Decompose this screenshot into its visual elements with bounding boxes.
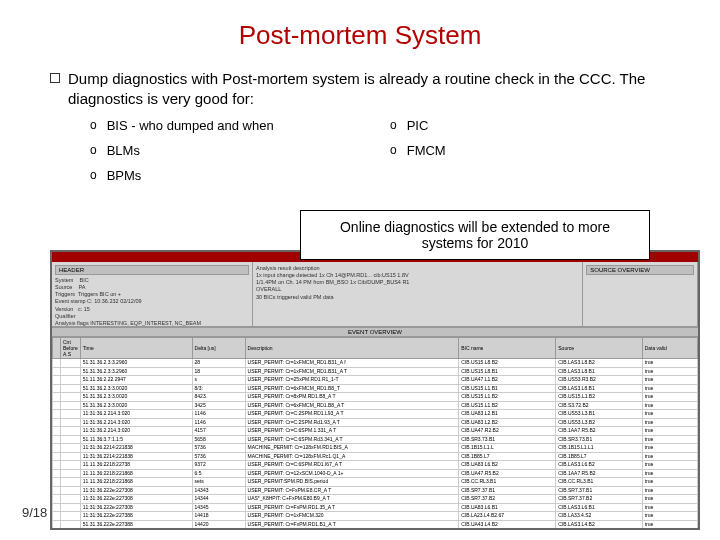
source-cell: CIB.LAS3.L6.B1 — [556, 503, 642, 512]
status-cell2 — [61, 512, 81, 521]
table-row: 11:31:36.222e:22730814343USER_PERMIT: C=… — [53, 486, 698, 495]
source-cell: CIB.US53.L3.B1 — [556, 410, 642, 419]
bic-cell: CIB.UA47.R5.B2 — [459, 469, 556, 478]
status-cell — [53, 384, 61, 393]
sub-item-text: FMCM — [407, 143, 446, 158]
delta-cell: 14418 — [192, 512, 245, 521]
source-overview-panel: SOURCE OVERVIEW — [583, 262, 698, 326]
table-row: 51.31.36.2.3:3.00208423.USER_PERMIT: Cr=… — [53, 393, 698, 402]
bic-cell: CIB.UA83.L6.B2 — [459, 461, 556, 470]
panel-title: HEADER — [55, 265, 249, 275]
status-cell — [53, 444, 61, 453]
bic-cell: CIB.US15.L1.B1 — [459, 384, 556, 393]
datavalid-cell: true — [642, 401, 697, 410]
delta-cell: 5736 — [192, 452, 245, 461]
desc-cell: USER_PERMIT: Cr=FxPM.RD1.35_A T — [245, 503, 459, 512]
table-row: 51.31.36.2.3:3.296018USER_PERMIT: Cr=1xF… — [53, 367, 698, 376]
table-row: 51.31.36.2.3:3.00208/3:USER_PERMIT: Cr=6… — [53, 384, 698, 393]
table-header-row: Cnt Before A.S Time Delta [us] Descripti… — [53, 338, 698, 359]
time-cell: 11:31:36.2.214.3:020 — [80, 410, 192, 419]
delta-cell: 9372 — [192, 461, 245, 470]
delta-cell: sets — [192, 478, 245, 487]
delta-cell: 1146 — [192, 410, 245, 419]
bic-cell: CIB.SR7.37.B1 — [459, 486, 556, 495]
bic-cell: CIB.1B85.L7 — [459, 452, 556, 461]
status-cell2 — [61, 435, 81, 444]
bic-cell: CIB.UA47.R2.B2 — [459, 427, 556, 436]
datavalid-cell: true — [642, 418, 697, 427]
desc-cell: USER_PERMIT: Cr=6xFMCM_RD1.B8_T — [245, 384, 459, 393]
status-cell2 — [61, 427, 81, 436]
desc-cell: USER_PERMIT: Cr=C:6SPM.RD1.I67_A T — [245, 461, 459, 470]
sub-item-text: BPMs — [107, 168, 142, 183]
circle-marker-icon: o — [90, 168, 97, 182]
source-cell: CIB.1AA7.R5.B2 — [556, 469, 642, 478]
sub-column-left: oBIS - who dumped and when oBLMs oBPMs — [90, 118, 390, 193]
desc-cell: USER_PERMIT: Cr=12xSCM.1040-D_A 1+ — [245, 469, 459, 478]
status-cell2 — [61, 444, 81, 453]
sub-bullet-columns: oBIS - who dumped and when oBLMs oBPMs o… — [90, 118, 690, 193]
time-cell: 11:31:36.222e:227308 — [80, 495, 192, 504]
time-cell: 51.31.36.222e.227388 — [80, 520, 192, 528]
date-footer: 9/18 — [22, 505, 47, 520]
bic-cell: CIB.SR7.37.B2 — [459, 495, 556, 504]
table-row: 11:31:36.222e:22730814344UAS*_K8HPIT: C+… — [53, 495, 698, 504]
delta-cell: 8423. — [192, 393, 245, 402]
status-cell2 — [61, 452, 81, 461]
time-cell: 11.11.36:2218:221868 — [80, 469, 192, 478]
bic-cell: CIB.US15.L8.B1 — [459, 367, 556, 376]
slide: Post-mortem System Dump diagnostics with… — [0, 0, 720, 540]
table-row: 11:31:36.2.214.3:0201146USER_PERMIT: Cr=… — [53, 410, 698, 419]
source-cell: CIB.LAS3.L8.B1 — [556, 367, 642, 376]
event-overview-label: EVENT OVERVIEW — [52, 327, 698, 337]
datavalid-cell: true — [642, 393, 697, 402]
time-cell: 11:31:36.222e:227308 — [80, 503, 192, 512]
bic-cell: CIB.CC.RL3.B1 — [459, 478, 556, 487]
table-row: 11.11.36:2218:227389372USER_PERMIT: Cr=C… — [53, 461, 698, 470]
status-cell — [53, 461, 61, 470]
datavalid-cell: true — [642, 461, 697, 470]
time-cell: 51.31.36.2.3:3.0020 — [80, 384, 192, 393]
table-row: 11:31:36.2.214.3:0201146USER_PERMIT: Cr=… — [53, 418, 698, 427]
table-row: 51.31.36.2.3:3.00203425USER_PERMIT: Cr=6… — [53, 401, 698, 410]
desc-cell: USER_PERMIT:SPM.RD.BIS.period — [245, 478, 459, 487]
time-cell: 51.11.36:2.22.2947 — [80, 376, 192, 385]
status-cell — [53, 376, 61, 385]
source-cell: CIB.SR3.73.B1 — [556, 435, 642, 444]
desc-cell: UAS*_K8HPIT: C+FxPM.E80.B9_A T — [245, 495, 459, 504]
delta-cell: 18 — [192, 367, 245, 376]
desc-cell: USER_PERMIT: Cr=FxPM.RD1.B1_A T — [245, 520, 459, 528]
datavalid-cell: true — [642, 427, 697, 436]
status-cell2 — [61, 418, 81, 427]
table-row: 11:31:36.222e:22738814418USER_PERMIT: Cr… — [53, 512, 698, 521]
source-cell: CIB.US53.R3.B2 — [556, 376, 642, 385]
delta-cell: 8/3: — [192, 384, 245, 393]
time-cell: 11:31:36.2.214.3:020 — [80, 427, 192, 436]
sub-column-right: oPIC oFMCM — [390, 118, 690, 193]
circle-marker-icon: o — [90, 118, 97, 132]
screenshot-header-panels: HEADER System BIC Source PA Triggers Tri… — [52, 262, 698, 327]
sub-item-text: BLMs — [107, 143, 140, 158]
source-cell: CIB.1B15.L1.L1 — [556, 444, 642, 453]
slide-title: Post-mortem System — [30, 20, 690, 51]
time-cell: 11:31:36.2.214.3:020 — [80, 418, 192, 427]
desc-cell: USER_PERMIT: C=FxPM.E8.CR_A T — [245, 486, 459, 495]
datavalid-cell: true — [642, 359, 697, 368]
desc-cell: USER_PERMIT: Cr=6xFMCM_RD1.B8_A T — [245, 401, 459, 410]
datavalid-cell: true — [642, 469, 697, 478]
datavalid-cell: true — [642, 452, 697, 461]
source-cell: CIB.SR7.37.B2 — [556, 495, 642, 504]
status-cell2 — [61, 520, 81, 528]
panel-title: SOURCE OVERVIEW — [586, 265, 694, 275]
status-cell — [53, 503, 61, 512]
time-cell: 11.11.36:2218:221868 — [80, 478, 192, 487]
time-cell: 51.31.36.2.3:3.0020 — [80, 393, 192, 402]
desc-cell: USER_PERMIT: Cr=1xFMCM.320 — [245, 512, 459, 521]
source-cell: CIB.1B85.L7 — [556, 452, 642, 461]
delta-cell: 1146 — [192, 418, 245, 427]
desc-cell: MACHINE_PERMIT: Cr=128xFM.Rc1.Q1_A — [245, 452, 459, 461]
delta-cell: 5736 — [192, 444, 245, 453]
desc-cell: USER_PERMIT: Cr=25xPM.RD1.R1_1-T — [245, 376, 459, 385]
delta-cell: 14420 — [192, 520, 245, 528]
delta-cell: 14343 — [192, 486, 245, 495]
